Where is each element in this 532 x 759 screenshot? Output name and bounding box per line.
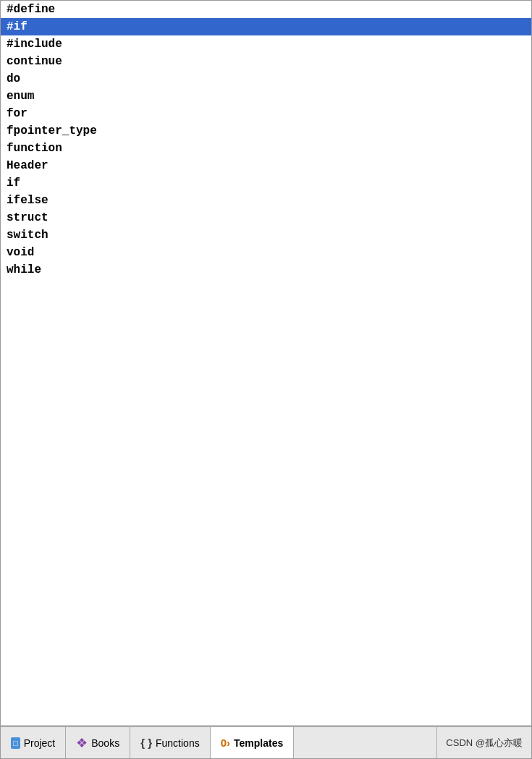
- templates-icon: 0›: [221, 737, 230, 749]
- list-item[interactable]: fpointer_type: [1, 122, 531, 140]
- tab-label-books: Books: [91, 737, 119, 749]
- template-list[interactable]: #define#if#includecontinuedoenumforfpoin…: [1, 1, 531, 726]
- bottom-bar: □Project❖Books{ }Functions0›TemplatesCSD…: [1, 726, 531, 758]
- project-icon: □: [11, 737, 20, 749]
- list-item[interactable]: void: [1, 244, 531, 261]
- list-item[interactable]: for: [1, 105, 531, 122]
- list-item[interactable]: if: [1, 174, 531, 192]
- tab-project[interactable]: □Project: [1, 727, 66, 758]
- list-item[interactable]: do: [1, 70, 531, 88]
- tab-label-functions: Functions: [156, 737, 200, 749]
- list-item[interactable]: #include: [1, 35, 531, 53]
- list-item[interactable]: ifelse: [1, 192, 531, 209]
- list-item[interactable]: #define: [1, 1, 531, 18]
- list-item[interactable]: while: [1, 261, 531, 279]
- tab-label-project: Project: [24, 737, 56, 749]
- list-item[interactable]: struct: [1, 209, 531, 226]
- list-item[interactable]: enum: [1, 88, 531, 105]
- status-bar: CSDN @孤心亦暖: [436, 727, 531, 758]
- list-item[interactable]: Header: [1, 157, 531, 174]
- functions-icon: { }: [140, 737, 152, 749]
- tab-templates[interactable]: 0›Templates: [211, 727, 295, 758]
- list-item[interactable]: switch: [1, 226, 531, 244]
- books-icon: ❖: [76, 735, 88, 751]
- tab-label-templates: Templates: [234, 737, 283, 749]
- main-container: #define#if#includecontinuedoenumforfpoin…: [0, 0, 532, 759]
- tab-books[interactable]: ❖Books: [66, 727, 130, 758]
- tab-functions[interactable]: { }Functions: [130, 727, 211, 758]
- list-item[interactable]: #if: [1, 18, 531, 35]
- list-item[interactable]: function: [1, 140, 531, 157]
- list-item[interactable]: continue: [1, 53, 531, 70]
